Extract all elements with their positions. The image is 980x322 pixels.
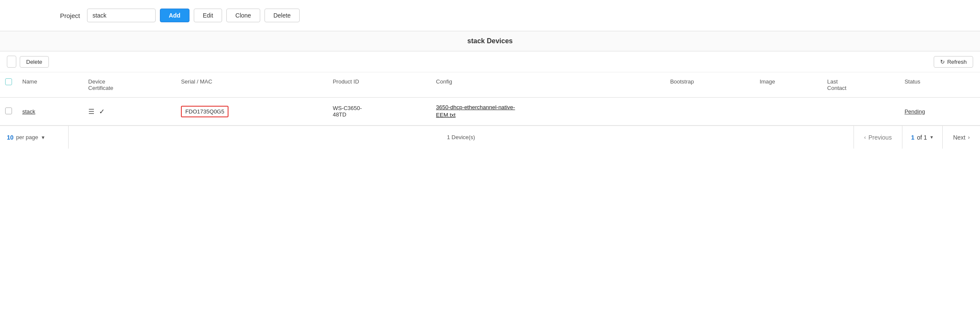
previous-button[interactable]: ‹ Previous — [854, 126, 902, 149]
product-id-value: WS-C3650-48TD — [333, 105, 362, 118]
row-last-contact-cell — [822, 98, 899, 125]
row-bootstrap-cell — [665, 98, 755, 125]
chevron-left-icon: ‹ — [864, 134, 866, 140]
project-section: Project Add Edit Clone Delete — [0, 0, 980, 31]
per-page-number: 10 — [7, 134, 14, 141]
pagination-section: ‹ Previous 1 of 1 ▼ Next › — [854, 126, 980, 149]
per-page-dropdown-icon[interactable]: ▼ — [41, 135, 45, 140]
row-device-certificate-cell: ☰ ✓ — [83, 98, 176, 125]
toolbar-right: ↻ Refresh — [934, 56, 973, 68]
next-button[interactable]: Next › — [943, 126, 980, 149]
header-image: Image — [755, 72, 822, 98]
refresh-label: Refresh — [947, 59, 967, 65]
status-value[interactable]: Pending — [905, 108, 925, 115]
table-header-row: Name DeviceCertificate Serial / MAC Prod… — [0, 72, 980, 98]
row-status-cell: Pending — [899, 98, 980, 125]
table-container: Name DeviceCertificate Serial / MAC Prod… — [0, 72, 980, 125]
delete-project-button[interactable]: Delete — [265, 9, 300, 22]
header-checkbox-cell — [0, 72, 17, 98]
refresh-button[interactable]: ↻ Refresh — [934, 56, 973, 68]
row-checkbox[interactable] — [5, 107, 12, 114]
header-product-id: Product ID — [328, 72, 431, 98]
previous-label: Previous — [869, 134, 892, 141]
header-config: Config — [431, 72, 665, 98]
toolbar-left: Delete — [7, 56, 49, 68]
project-input[interactable] — [87, 9, 156, 22]
devices-count: 1 Device(s) — [69, 134, 854, 140]
config-link[interactable]: 3650-dhcp-etherchannel-native-EEM.txt — [436, 104, 515, 118]
device-name-link[interactable]: stack — [22, 108, 35, 115]
row-serial-mac-cell: FDO1735Q0G5 — [176, 98, 328, 125]
certificate-check-icon: ✓ — [99, 108, 105, 115]
devices-heading: stack Devices — [467, 37, 513, 45]
page-dropdown-icon[interactable]: ▼ — [929, 135, 934, 140]
refresh-icon: ↻ — [940, 59, 945, 65]
header-name: Name — [17, 72, 83, 98]
row-image-cell — [755, 98, 822, 125]
serial-mac-value: FDO1735Q0G5 — [181, 106, 228, 117]
stack-layers-icon: ☰ — [88, 108, 94, 115]
page-of-total: of 1 — [917, 134, 927, 141]
devices-heading-section: stack Devices — [0, 31, 980, 51]
header-serial-mac: Serial / MAC — [176, 72, 328, 98]
devices-table: Name DeviceCertificate Serial / MAC Prod… — [0, 72, 980, 125]
header-status: Status — [899, 72, 980, 98]
pagination-info: 1 of 1 ▼ — [902, 126, 943, 149]
row-config-cell: 3650-dhcp-etherchannel-native-EEM.txt — [431, 98, 665, 125]
per-page-label: per page — [16, 134, 38, 140]
header-last-contact: LastContact — [822, 72, 899, 98]
header-bootstrap: Bootstrap — [665, 72, 755, 98]
project-label: Project — [60, 12, 80, 19]
partial-left-button[interactable] — [7, 56, 16, 68]
clone-button[interactable]: Clone — [226, 9, 260, 22]
delete-devices-button[interactable]: Delete — [20, 56, 49, 68]
row-checkbox-cell — [0, 98, 17, 125]
per-page-section: 10 per page ▼ — [0, 126, 69, 149]
row-product-id-cell: WS-C3650-48TD — [328, 98, 431, 125]
header-device-certificate: DeviceCertificate — [83, 72, 176, 98]
row-name-cell: stack — [17, 98, 83, 125]
next-label: Next — [953, 134, 965, 141]
header-checkbox[interactable] — [5, 78, 12, 85]
add-button[interactable]: Add — [160, 9, 189, 22]
table-row: stack ☰ ✓ FDO1735Q0G5 WS-C3650-48TD 3650… — [0, 98, 980, 125]
footer-row: 10 per page ▼ 1 Device(s) ‹ Previous 1 o… — [0, 125, 980, 149]
current-page: 1 — [911, 134, 914, 141]
edit-button[interactable]: Edit — [194, 9, 222, 22]
chevron-right-icon: › — [968, 134, 970, 140]
toolbar-row: Delete ↻ Refresh — [0, 51, 980, 72]
